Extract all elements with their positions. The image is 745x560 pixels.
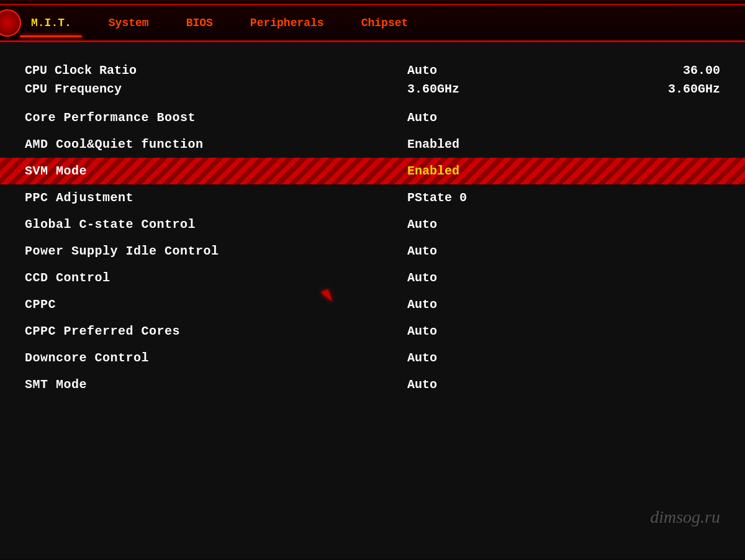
ccd-control-row[interactable]: CCD Control Auto [25,264,720,291]
downcore-control-row[interactable]: Downcore Control Auto [25,345,720,371]
downcore-control-value: Auto [407,351,720,365]
cpu-clock-ratio-value1: Auto [407,63,646,78]
ccd-control-value: Auto [407,271,720,285]
cpu-clock-ratio-value2: 36.00 [646,63,720,78]
amd-cool-quiet-value: Enabled [407,137,720,151]
amd-cool-quiet-row[interactable]: AMD Cool&Quiet function Enabled [25,131,720,158]
amd-cool-quiet-label: AMD Cool&Quiet function [25,137,407,151]
tab-system[interactable]: System [90,12,168,34]
core-performance-boost-label: Core Performance Boost [25,111,407,125]
cppc-preferred-value: Auto [407,324,720,338]
cppc-value: Auto [407,297,720,312]
smt-mode-value: Auto [407,377,720,392]
settings-table: CPU Clock Ratio Auto 36.00 CPU Frequency… [25,61,720,398]
ppc-adjustment-label: PPC Adjustment [25,191,407,205]
bios-main-content: CPU Clock Ratio Auto 36.00 CPU Frequency… [0,42,745,558]
tab-bios[interactable]: BIOS [168,12,232,34]
cpu-frequency-value2: 3.60GHz [646,82,720,96]
watermark: dimsog.ru [650,507,720,527]
tab-chipset[interactable]: Chipset [343,12,427,34]
cpu-clock-ratio-row[interactable]: CPU Clock Ratio Auto 36.00 [25,61,720,79]
cpu-frequency-label: CPU Frequency [25,82,407,96]
global-cstate-value: Auto [407,217,720,232]
cpu-frequency-value1: 3.60GHz [407,82,646,96]
cppc-preferred-row[interactable]: CPPC Preferred Cores Auto [25,318,720,345]
ppc-adjustment-row[interactable]: PPC Adjustment PState 0 [25,184,720,211]
cppc-row[interactable]: CPPC Auto [25,291,720,318]
core-performance-boost-row[interactable]: Core Performance Boost Auto [25,104,720,131]
global-cstate-row[interactable]: Global C-state Control Auto [25,211,720,238]
svm-mode-value: Enabled [407,164,720,178]
power-supply-idle-label: Power Supply Idle Control [25,244,407,258]
global-cstate-label: Global C-state Control [25,217,407,232]
tab-mit[interactable]: M.I.T. [12,12,90,34]
power-supply-idle-value: Auto [407,244,720,258]
smt-mode-label: SMT Mode [25,377,407,392]
svm-mode-row[interactable]: SVM Mode Enabled [0,158,745,184]
ppc-adjustment-value: PState 0 [407,191,720,205]
cpu-clock-ratio-label: CPU Clock Ratio [25,63,407,78]
power-supply-idle-row[interactable]: Power Supply Idle Control Auto [25,238,720,264]
top-decorative-bar [0,0,745,5]
bios-nav-tabs: M.I.T. System BIOS Peripherals Chipset [0,5,745,42]
svm-mode-label: SVM Mode [25,164,407,178]
cppc-preferred-label: CPPC Preferred Cores [25,324,407,338]
cpu-frequency-row[interactable]: CPU Frequency 3.60GHz 3.60GHz [25,79,720,98]
cpu-clock-group: CPU Clock Ratio Auto 36.00 CPU Frequency… [25,61,720,98]
tab-peripherals[interactable]: Peripherals [232,12,343,34]
smt-mode-row[interactable]: SMT Mode Auto [25,371,720,398]
ccd-control-label: CCD Control [25,271,407,285]
cppc-label: CPPC [25,297,407,312]
core-performance-boost-value: Auto [407,111,720,125]
downcore-control-label: Downcore Control [25,351,407,365]
